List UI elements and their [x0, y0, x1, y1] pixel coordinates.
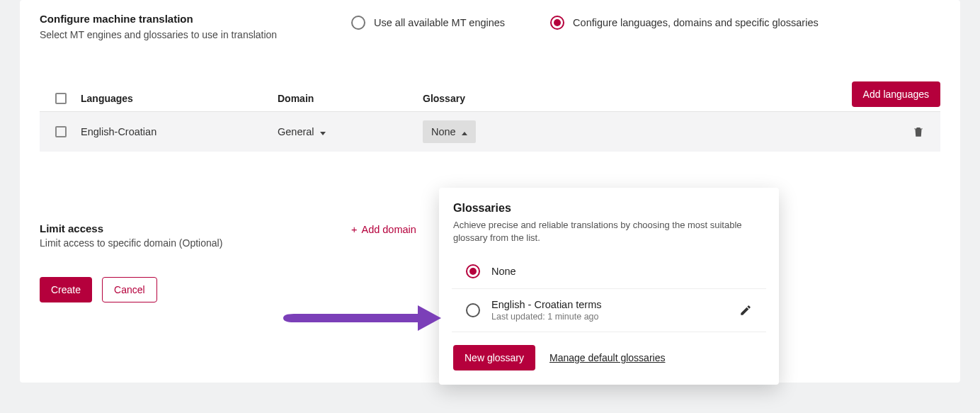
table-row: English-Croatian General None [40, 112, 940, 152]
add-domain-label: Add domain [361, 224, 416, 235]
header-checkbox-cell [55, 93, 81, 104]
glossary-option-none[interactable]: None [452, 254, 766, 289]
create-button[interactable]: Create [40, 277, 92, 302]
edit-glossary-button[interactable] [739, 304, 752, 317]
glossary-panel: Glossaries Achieve precise and reliable … [439, 188, 779, 385]
domain-value: General [278, 126, 314, 137]
glossary-option-item[interactable]: English - Croatian terms Last updated: 1… [452, 289, 766, 332]
languages-table: Languages Domain Glossary English-Croati… [40, 86, 940, 152]
add-domain-button[interactable]: + Add domain [351, 222, 416, 235]
header-domain: Domain [278, 93, 423, 104]
limit-title: Limit access [40, 222, 351, 234]
annotation-arrow [280, 301, 443, 338]
header-row: Configure machine translation Select MT … [40, 13, 940, 40]
section-title: Configure machine translation [40, 13, 351, 25]
delete-row-button[interactable] [896, 125, 925, 138]
limit-subtitle: Limit access to specific domain (Optiona… [40, 237, 351, 249]
mode-radio-group: Use all available MT engines Configure l… [351, 13, 819, 30]
glossary-dropdown[interactable]: None [423, 120, 476, 143]
glossary-option-title: English - Croatian terms [491, 299, 739, 310]
radio-label: Configure languages, domains and specifi… [573, 17, 819, 28]
radio-configure[interactable]: Configure languages, domains and specifi… [550, 16, 819, 30]
domain-dropdown[interactable]: General [278, 126, 423, 137]
radio-icon [466, 303, 480, 317]
plus-icon: + [351, 224, 357, 235]
trash-icon [912, 125, 925, 138]
panel-footer: New glossary Manage default glossaries [439, 332, 779, 370]
table-header: Languages Domain Glossary [40, 86, 940, 112]
radio-label: Use all available MT engines [374, 17, 505, 28]
radio-icon-selected [550, 16, 564, 30]
glossary-option-title: None [491, 266, 752, 277]
row-checkbox[interactable] [55, 126, 67, 137]
glossary-value: None [431, 126, 456, 137]
cancel-button[interactable]: Cancel [102, 277, 157, 302]
new-glossary-button[interactable]: New glossary [453, 345, 535, 370]
header-glossary: Glossary [423, 93, 896, 104]
section-subtitle: Select MT engines and glossaries to use … [40, 29, 351, 40]
glossary-option-subtitle: Last updated: 1 minute ago [491, 312, 739, 322]
radio-use-all[interactable]: Use all available MT engines [351, 16, 505, 30]
panel-title: Glossaries [439, 202, 779, 219]
panel-description: Achieve precise and reliable translation… [439, 219, 779, 254]
manage-glossaries-link[interactable]: Manage default glossaries [549, 352, 665, 363]
chevron-down-icon [320, 126, 326, 137]
chevron-up-icon [462, 126, 467, 137]
header-text: Configure machine translation Select MT … [40, 13, 351, 40]
arrow-icon [280, 301, 443, 335]
top-actions: Add languages [852, 81, 940, 107]
add-languages-button[interactable]: Add languages [852, 81, 940, 107]
radio-icon-selected [466, 264, 480, 278]
row-languages: English-Croatian [81, 126, 278, 137]
header-languages: Languages [81, 93, 278, 104]
radio-icon [351, 16, 365, 30]
select-all-checkbox[interactable] [55, 93, 67, 104]
pencil-icon [739, 304, 752, 317]
